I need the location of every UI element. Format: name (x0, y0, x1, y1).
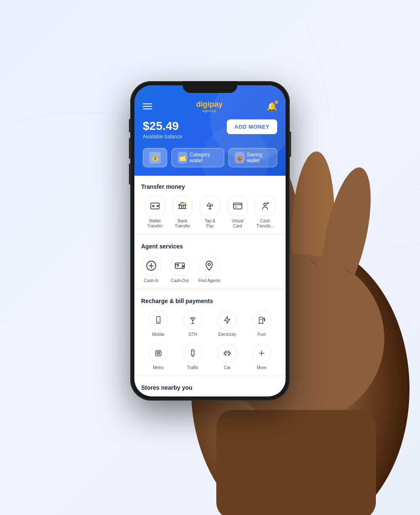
virtual-card-item[interactable]: VirtualCard (224, 196, 252, 229)
cash-out-icon (170, 256, 190, 276)
mobile-label: Mobile (152, 332, 164, 337)
svg-point-28 (264, 317, 265, 318)
wallet-tab-main[interactable]: 💰 (143, 148, 167, 167)
svg-line-10 (311, 261, 317, 265)
more-label: More (257, 365, 267, 370)
wallet-saving-label: Saving wallet (247, 152, 271, 164)
svg-point-36 (192, 354, 194, 355)
power-button (289, 132, 291, 157)
transfer-money-title: Transfer money (141, 183, 279, 190)
mobile-bill-item[interactable]: Mobile (141, 310, 176, 337)
dth-bill-icon (183, 310, 202, 330)
bill-payments-title: Recharge & bill payments (141, 298, 279, 304)
svg-point-39 (228, 354, 230, 355)
wallet-saving-icon: 👜 (235, 152, 244, 164)
app-header: digipay agency 🔔 $25.49 Available balanc… (134, 85, 286, 176)
tap-pay-item[interactable]: Tap &Pay (196, 196, 224, 229)
agent-grid: Cash-In Cash-Out (141, 256, 279, 283)
cash-transfer-item[interactable]: CashTransfe... (251, 196, 279, 229)
cash-transfer-icon (255, 196, 275, 216)
metro-bill-icon (149, 343, 168, 363)
cash-in-icon (141, 256, 161, 276)
stores-section: Stores nearby you (134, 377, 286, 396)
car-bill-icon (218, 343, 237, 363)
find-agents-icon (199, 256, 219, 276)
svg-point-3 (288, 151, 338, 300)
app-logo: digipay agency (196, 100, 223, 113)
svg-point-24 (208, 263, 210, 265)
wallet-transfer-label: WalletTransfer (147, 219, 163, 229)
wallet-main-icon: 💰 (149, 152, 161, 164)
svg-rect-18 (235, 206, 237, 208)
phone-notch (183, 81, 237, 93)
cash-in-item[interactable]: Cash-In (141, 256, 161, 283)
metro-bill-item[interactable]: Metro (141, 343, 176, 370)
fuel-bill-icon (252, 310, 271, 330)
svg-rect-16 (234, 203, 242, 209)
balance-section: $25.49 Available balance ADD MONEY (143, 119, 277, 140)
header-top: digipay agency 🔔 (143, 100, 277, 113)
svg-point-34 (192, 351, 194, 352)
electricity-bill-icon (218, 310, 237, 330)
svg-line-11 (344, 269, 351, 273)
volume-up-button (129, 138, 131, 159)
car-label: Car (224, 365, 231, 370)
cash-out-label: Cash-Out (171, 278, 189, 283)
svg-point-4 (313, 164, 380, 304)
balance-label: Available balance (143, 134, 182, 140)
svg-point-13 (152, 205, 154, 207)
more-bill-icon (252, 343, 271, 363)
wallet-tab-category[interactable]: 🗂️ Category wallet (171, 148, 224, 167)
traffic-label: Traffic (187, 365, 198, 370)
metro-label: Metro (153, 365, 164, 370)
svg-rect-25 (157, 316, 160, 323)
dth-bill-item[interactable]: DTH (176, 310, 210, 337)
wallet-transfer-icon (145, 196, 165, 216)
add-money-button[interactable]: ADD MONEY (227, 119, 277, 134)
dth-label: DTH (189, 332, 197, 337)
volume-down-button (129, 164, 131, 185)
bills-grid: Mobile DTH (141, 310, 279, 370)
stores-title: Stores nearby you (141, 384, 279, 391)
find-agents-item[interactable]: Find Agents (198, 256, 220, 283)
mobile-bill-icon (149, 310, 168, 330)
bank-transfer-icon: ! (172, 196, 192, 216)
wallet-tabs: 💰 🗂️ Category wallet 👜 Saving wallet (143, 148, 277, 167)
find-agents-label: Find Agents (198, 278, 220, 283)
more-bill-item[interactable]: More (244, 343, 279, 370)
bank-transfer-label: BankTransfer (175, 219, 190, 229)
tap-pay-icon (200, 196, 220, 216)
virtual-card-label: VirtualCard (231, 219, 243, 229)
svg-point-31 (159, 354, 160, 355)
balance-amount: $25.49 (143, 119, 182, 133)
electricity-bill-item[interactable]: Electricity (210, 310, 244, 337)
cash-transfer-label: CashTransfe... (256, 219, 274, 229)
electricity-label: Electricity (218, 332, 236, 337)
transfer-money-section: Transfer money Walle (134, 176, 286, 235)
traffic-bill-item[interactable]: Traffic (176, 343, 210, 370)
notification-button[interactable]: 🔔 (267, 101, 277, 111)
svg-point-27 (192, 320, 194, 322)
hamburger-menu[interactable] (143, 103, 152, 109)
notification-dot (275, 100, 278, 104)
virtual-card-icon (228, 196, 248, 216)
fuel-bill-item[interactable]: Fuel (244, 310, 279, 337)
svg-rect-7 (216, 410, 376, 515)
wallet-transfer-item[interactable]: WalletTransfer (141, 196, 169, 229)
phone-device: digipay agency 🔔 $25.49 Available balanc… (130, 81, 290, 401)
wallet-tab-saving[interactable]: 👜 Saving wallet (228, 148, 277, 167)
main-content: Transfer money Walle (134, 176, 286, 396)
app-content: digipay agency 🔔 $25.49 Available balanc… (134, 85, 286, 396)
phone-frame: digipay agency 🔔 $25.49 Available balanc… (130, 81, 290, 401)
cash-in-label: Cash-In (144, 278, 158, 283)
agent-services-section: Agent services Cash- (134, 235, 286, 290)
cash-out-item[interactable]: Cash-Out (170, 256, 190, 283)
svg-point-38 (225, 354, 226, 355)
svg-point-30 (157, 354, 158, 355)
mute-button (129, 119, 131, 132)
bill-payments-section: Recharge & bill payments Mobile (134, 290, 286, 377)
car-bill-item[interactable]: Car (210, 343, 244, 370)
traffic-bill-icon (183, 343, 202, 363)
bank-transfer-item[interactable]: ! BankTransfer (169, 196, 197, 229)
svg-point-35 (192, 352, 194, 354)
